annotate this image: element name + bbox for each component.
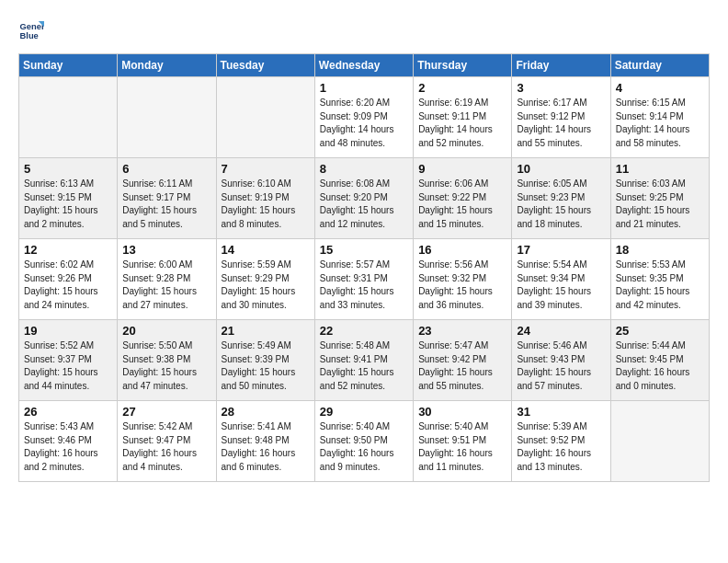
calendar-cell (216, 77, 314, 158)
day-number: 28 (222, 405, 310, 419)
weekday-header-thursday: Thursday (414, 54, 512, 77)
calendar-cell: 29Sunrise: 5:40 AM Sunset: 9:50 PM Dayli… (314, 401, 413, 482)
day-info: Sunrise: 5:57 AM Sunset: 9:31 PM Dayligh… (320, 259, 408, 312)
day-number: 14 (222, 243, 310, 257)
day-info: Sunrise: 6:17 AM Sunset: 9:12 PM Dayligh… (517, 97, 605, 150)
weekday-header-monday: Monday (118, 54, 216, 77)
day-info: Sunrise: 5:40 AM Sunset: 9:51 PM Dayligh… (418, 420, 506, 474)
calendar-cell: 19Sunrise: 5:52 AM Sunset: 9:37 PM Dayli… (19, 320, 118, 401)
day-number: 20 (122, 324, 210, 338)
day-number: 6 (122, 162, 210, 176)
day-number: 30 (418, 405, 506, 419)
day-info: Sunrise: 6:02 AM Sunset: 9:26 PM Dayligh… (24, 259, 112, 312)
day-info: Sunrise: 5:47 AM Sunset: 9:42 PM Dayligh… (418, 339, 506, 393)
calendar-cell (118, 77, 216, 158)
day-info: Sunrise: 6:05 AM Sunset: 9:23 PM Dayligh… (517, 178, 605, 231)
day-number: 24 (517, 324, 605, 338)
calendar-table: SundayMondayTuesdayWednesdayThursdayFrid… (18, 53, 710, 482)
calendar-cell: 2Sunrise: 6:19 AM Sunset: 9:11 PM Daylig… (414, 77, 512, 158)
day-info: Sunrise: 6:08 AM Sunset: 9:20 PM Dayligh… (320, 178, 408, 231)
weekday-header-tuesday: Tuesday (216, 54, 314, 77)
day-number: 5 (24, 162, 112, 176)
day-number: 18 (616, 243, 704, 257)
calendar-cell: 21Sunrise: 5:49 AM Sunset: 9:39 PM Dayli… (216, 320, 314, 401)
weekday-header-sunday: Sunday (19, 54, 118, 77)
day-info: Sunrise: 5:52 AM Sunset: 9:37 PM Dayligh… (24, 339, 112, 393)
calendar-cell: 10Sunrise: 6:05 AM Sunset: 9:23 PM Dayli… (512, 158, 610, 239)
day-number: 25 (616, 324, 704, 338)
day-number: 3 (517, 81, 605, 95)
day-number: 2 (418, 81, 506, 95)
calendar-cell: 11Sunrise: 6:03 AM Sunset: 9:25 PM Dayli… (610, 158, 709, 239)
calendar-cell: 8Sunrise: 6:08 AM Sunset: 9:20 PM Daylig… (314, 158, 413, 239)
day-number: 9 (418, 162, 506, 176)
weekday-header-saturday: Saturday (610, 54, 709, 77)
day-number: 29 (320, 405, 408, 419)
day-info: Sunrise: 5:44 AM Sunset: 9:45 PM Dayligh… (616, 339, 704, 393)
day-info: Sunrise: 6:10 AM Sunset: 9:19 PM Dayligh… (222, 178, 310, 231)
day-number: 21 (222, 324, 310, 338)
day-info: Sunrise: 5:59 AM Sunset: 9:29 PM Dayligh… (222, 259, 310, 312)
day-number: 10 (517, 162, 605, 176)
day-info: Sunrise: 6:15 AM Sunset: 9:14 PM Dayligh… (616, 97, 704, 150)
calendar-cell: 17Sunrise: 5:54 AM Sunset: 9:34 PM Dayli… (512, 239, 610, 320)
day-number: 31 (517, 405, 605, 419)
calendar-cell: 14Sunrise: 5:59 AM Sunset: 9:29 PM Dayli… (216, 239, 314, 320)
day-info: Sunrise: 5:50 AM Sunset: 9:38 PM Dayligh… (122, 339, 210, 393)
calendar-cell: 23Sunrise: 5:47 AM Sunset: 9:42 PM Dayli… (414, 320, 512, 401)
day-info: Sunrise: 6:06 AM Sunset: 9:22 PM Dayligh… (418, 178, 506, 231)
day-number: 8 (320, 162, 408, 176)
calendar-cell: 9Sunrise: 6:06 AM Sunset: 9:22 PM Daylig… (414, 158, 512, 239)
day-number: 12 (24, 243, 112, 257)
day-info: Sunrise: 5:49 AM Sunset: 9:39 PM Dayligh… (222, 339, 310, 393)
header: General Blue (18, 18, 710, 44)
weekday-header-friday: Friday (512, 54, 610, 77)
day-number: 1 (320, 81, 408, 95)
day-number: 13 (122, 243, 210, 257)
day-number: 23 (418, 324, 506, 338)
day-info: Sunrise: 5:53 AM Sunset: 9:35 PM Dayligh… (616, 259, 704, 312)
day-number: 19 (24, 324, 112, 338)
calendar-cell: 31Sunrise: 5:39 AM Sunset: 9:52 PM Dayli… (512, 401, 610, 482)
calendar-cell: 26Sunrise: 5:43 AM Sunset: 9:46 PM Dayli… (19, 401, 118, 482)
calendar-cell: 30Sunrise: 5:40 AM Sunset: 9:51 PM Dayli… (414, 401, 512, 482)
day-info: Sunrise: 5:46 AM Sunset: 9:43 PM Dayligh… (517, 339, 605, 393)
day-number: 4 (616, 81, 704, 95)
calendar-cell: 7Sunrise: 6:10 AM Sunset: 9:19 PM Daylig… (216, 158, 314, 239)
day-info: Sunrise: 5:48 AM Sunset: 9:41 PM Dayligh… (320, 339, 408, 393)
day-info: Sunrise: 5:41 AM Sunset: 9:48 PM Dayligh… (222, 420, 310, 474)
day-info: Sunrise: 5:40 AM Sunset: 9:50 PM Dayligh… (320, 420, 408, 474)
calendar-cell: 13Sunrise: 6:00 AM Sunset: 9:28 PM Dayli… (118, 239, 216, 320)
day-info: Sunrise: 6:20 AM Sunset: 9:09 PM Dayligh… (320, 97, 408, 150)
day-info: Sunrise: 5:54 AM Sunset: 9:34 PM Dayligh… (517, 259, 605, 312)
day-info: Sunrise: 6:13 AM Sunset: 9:15 PM Dayligh… (24, 178, 112, 231)
calendar-cell (19, 77, 118, 158)
day-number: 27 (122, 405, 210, 419)
calendar-cell: 1Sunrise: 6:20 AM Sunset: 9:09 PM Daylig… (314, 77, 413, 158)
svg-text:Blue: Blue (20, 31, 39, 40)
day-number: 11 (616, 162, 704, 176)
day-number: 15 (320, 243, 408, 257)
logo-icon: General Blue (18, 18, 44, 44)
calendar-cell (610, 401, 709, 482)
day-info: Sunrise: 6:19 AM Sunset: 9:11 PM Dayligh… (418, 97, 506, 150)
logo: General Blue (18, 18, 48, 44)
day-number: 16 (418, 243, 506, 257)
day-info: Sunrise: 6:03 AM Sunset: 9:25 PM Dayligh… (616, 178, 704, 231)
day-info: Sunrise: 5:39 AM Sunset: 9:52 PM Dayligh… (517, 420, 605, 474)
day-info: Sunrise: 6:00 AM Sunset: 9:28 PM Dayligh… (122, 259, 210, 312)
calendar-cell: 18Sunrise: 5:53 AM Sunset: 9:35 PM Dayli… (610, 239, 709, 320)
calendar-cell: 27Sunrise: 5:42 AM Sunset: 9:47 PM Dayli… (118, 401, 216, 482)
day-number: 26 (24, 405, 112, 419)
calendar-cell: 25Sunrise: 5:44 AM Sunset: 9:45 PM Dayli… (610, 320, 709, 401)
day-number: 17 (517, 243, 605, 257)
calendar-cell: 12Sunrise: 6:02 AM Sunset: 9:26 PM Dayli… (19, 239, 118, 320)
day-info: Sunrise: 5:56 AM Sunset: 9:32 PM Dayligh… (418, 259, 506, 312)
calendar-cell: 15Sunrise: 5:57 AM Sunset: 9:31 PM Dayli… (314, 239, 413, 320)
calendar-cell: 3Sunrise: 6:17 AM Sunset: 9:12 PM Daylig… (512, 77, 610, 158)
calendar-cell: 5Sunrise: 6:13 AM Sunset: 9:15 PM Daylig… (19, 158, 118, 239)
day-number: 7 (222, 162, 310, 176)
day-info: Sunrise: 5:42 AM Sunset: 9:47 PM Dayligh… (122, 420, 210, 474)
calendar-cell: 20Sunrise: 5:50 AM Sunset: 9:38 PM Dayli… (118, 320, 216, 401)
day-info: Sunrise: 5:43 AM Sunset: 9:46 PM Dayligh… (24, 420, 112, 474)
